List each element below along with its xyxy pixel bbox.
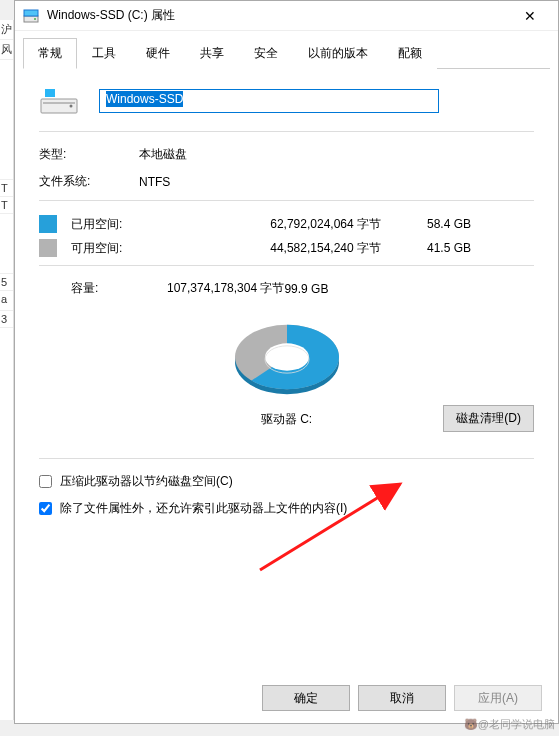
drive-name-input[interactable]: Windows-SSD bbox=[99, 89, 439, 113]
drive-icon bbox=[23, 8, 39, 24]
type-value: 本地磁盘 bbox=[139, 146, 534, 163]
tab-security[interactable]: 安全 bbox=[239, 38, 293, 69]
tab-quota[interactable]: 配额 bbox=[383, 38, 437, 69]
tab-previous[interactable]: 以前的版本 bbox=[293, 38, 383, 69]
tab-content: Windows-SSD 类型: 本地磁盘 文件系统: NTFS 已用空间: 62… bbox=[15, 69, 558, 543]
apply-button[interactable]: 应用(A) bbox=[454, 685, 542, 711]
tab-general[interactable]: 常规 bbox=[23, 38, 77, 69]
svg-point-6 bbox=[70, 105, 73, 108]
drive-large-icon bbox=[39, 85, 79, 117]
free-bytes: 44,582,154,240 字节 bbox=[181, 240, 381, 257]
capacity-label: 容量: bbox=[39, 280, 167, 297]
tab-hardware[interactable]: 硬件 bbox=[131, 38, 185, 69]
properties-dialog: Windows-SSD (C:) 属性 ✕ 常规 工具 硬件 共享 安全 以前的… bbox=[14, 0, 559, 724]
used-label: 已用空间: bbox=[71, 216, 181, 233]
free-gb: 41.5 GB bbox=[381, 241, 471, 255]
titlebar: Windows-SSD (C:) 属性 ✕ bbox=[15, 1, 558, 31]
svg-rect-1 bbox=[24, 10, 38, 16]
dialog-buttons: 确定 取消 应用(A) bbox=[262, 685, 542, 711]
compress-checkbox-row[interactable]: 压缩此驱动器以节约磁盘空间(C) bbox=[39, 473, 534, 490]
used-gb: 58.4 GB bbox=[381, 217, 471, 231]
index-checkbox-row[interactable]: 除了文件属性外，还允许索引此驱动器上文件的内容(I) bbox=[39, 500, 534, 517]
close-button[interactable]: ✕ bbox=[510, 1, 550, 31]
tab-tools[interactable]: 工具 bbox=[77, 38, 131, 69]
tab-strip: 常规 工具 硬件 共享 安全 以前的版本 配额 bbox=[23, 37, 550, 69]
type-label: 类型: bbox=[39, 146, 139, 163]
svg-point-2 bbox=[34, 18, 36, 20]
filesystem-label: 文件系统: bbox=[39, 173, 139, 190]
watermark: 🐻@老同学说电脑 bbox=[464, 717, 555, 732]
free-label: 可用空间: bbox=[71, 240, 181, 257]
used-swatch bbox=[39, 215, 57, 233]
capacity-gb: 99.9 GB bbox=[284, 282, 328, 296]
svg-rect-4 bbox=[45, 89, 55, 97]
tab-sharing[interactable]: 共享 bbox=[185, 38, 239, 69]
index-checkbox[interactable] bbox=[39, 502, 52, 515]
svg-point-9 bbox=[265, 343, 309, 370]
index-label: 除了文件属性外，还允许索引此驱动器上文件的内容(I) bbox=[60, 500, 347, 517]
drive-letter-label: 驱动器 C: bbox=[261, 411, 312, 428]
ok-button[interactable]: 确定 bbox=[262, 685, 350, 711]
usage-pie-chart bbox=[222, 309, 352, 399]
cancel-button[interactable]: 取消 bbox=[358, 685, 446, 711]
used-bytes: 62,792,024,064 字节 bbox=[181, 216, 381, 233]
free-swatch bbox=[39, 239, 57, 257]
capacity-bytes: 107,374,178,304 字节 bbox=[167, 280, 284, 297]
window-title: Windows-SSD (C:) 属性 bbox=[47, 7, 510, 24]
compress-checkbox[interactable] bbox=[39, 475, 52, 488]
disk-cleanup-button[interactable]: 磁盘清理(D) bbox=[443, 405, 534, 432]
filesystem-value: NTFS bbox=[139, 175, 534, 189]
compress-label: 压缩此驱动器以节约磁盘空间(C) bbox=[60, 473, 233, 490]
svg-rect-5 bbox=[43, 102, 75, 104]
